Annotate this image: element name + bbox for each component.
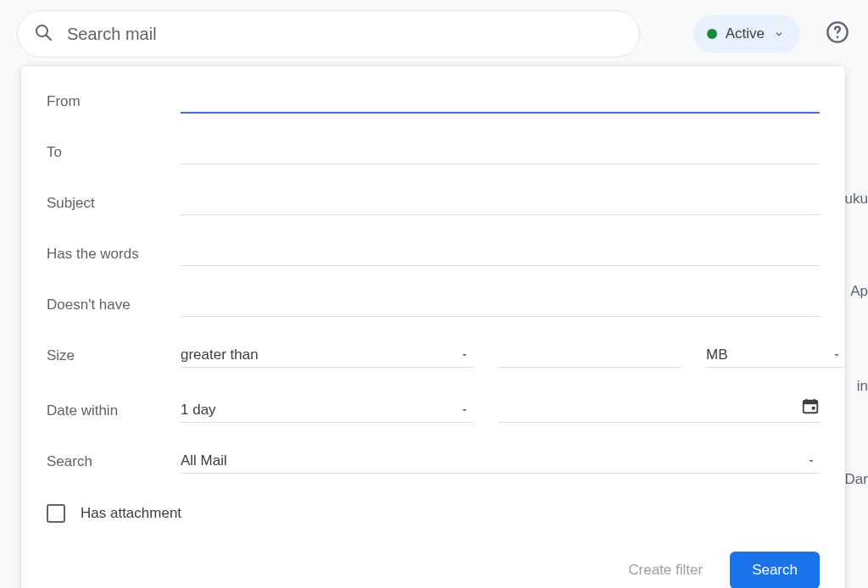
search-scope-value: All Mail: [181, 452, 227, 469]
to-input[interactable]: [181, 141, 820, 164]
date-within-label: Date within: [47, 402, 181, 423]
subject-row: Subject: [47, 191, 820, 215]
doesnt-have-label: Doesn't have: [47, 297, 181, 317]
has-words-input[interactable]: [181, 243, 820, 266]
search-icon: [33, 22, 53, 46]
size-unit-value: MB: [706, 347, 825, 363]
date-within-row: Date within 1 day: [47, 395, 820, 423]
svg-line-1: [47, 36, 52, 41]
has-words-label: Has the words: [47, 246, 181, 266]
doesnt-have-row: Doesn't have: [47, 293, 820, 317]
to-label: To: [47, 144, 181, 164]
size-row: Size greater than MB: [47, 344, 820, 368]
has-attachment-checkbox[interactable]: [47, 504, 65, 523]
subject-input[interactable]: [181, 192, 820, 215]
calendar-icon: [801, 397, 820, 419]
help-icon: [826, 20, 849, 47]
chevron-down-icon: [773, 28, 785, 40]
size-label: Size: [47, 347, 181, 368]
svg-point-3: [837, 36, 839, 38]
mail-list-fragment: Ap: [850, 283, 868, 300]
mail-list-fragment: in: [857, 378, 868, 395]
mail-list-fragment: uku: [845, 191, 868, 208]
dropdown-arrow-icon: [459, 402, 470, 419]
from-input[interactable]: [181, 90, 820, 114]
size-operator-select[interactable]: greater than: [181, 345, 473, 368]
date-range-select[interactable]: 1 day: [181, 400, 473, 423]
panel-actions: Create filter Search: [47, 552, 820, 588]
search-input[interactable]: [67, 25, 624, 44]
status-label: Active: [726, 25, 765, 42]
help-button[interactable]: [821, 17, 854, 51]
size-operator-value: greater than: [181, 347, 259, 363]
search-scope-select[interactable]: All Mail: [181, 451, 820, 474]
from-label: From: [47, 93, 181, 114]
date-range-value: 1 day: [181, 402, 216, 419]
svg-rect-6: [812, 407, 815, 410]
status-chip[interactable]: Active: [693, 15, 800, 53]
create-filter-button[interactable]: Create filter: [625, 555, 706, 585]
search-box[interactable]: [17, 10, 640, 58]
search-button[interactable]: Search: [730, 552, 820, 588]
search-scope-row: Search All Mail: [47, 450, 820, 474]
from-row: From: [47, 90, 820, 114]
size-unit-select[interactable]: MB: [706, 345, 845, 368]
advanced-search-panel: From To Subject Has the words Doesn't ha…: [21, 66, 845, 588]
subject-label: Subject: [47, 195, 181, 215]
top-bar: Active: [0, 0, 868, 68]
to-row: To: [47, 141, 820, 164]
date-picker-input[interactable]: [498, 395, 820, 423]
dropdown-arrow-icon: [832, 347, 842, 364]
svg-rect-5: [804, 401, 818, 405]
dropdown-arrow-icon: [459, 347, 470, 364]
dropdown-arrow-icon: [806, 453, 816, 470]
size-value-input[interactable]: [498, 345, 681, 368]
search-scope-label: Search: [47, 453, 181, 474]
status-dot-icon: [707, 29, 717, 39]
has-attachment-row: Has attachment: [47, 504, 820, 523]
has-attachment-label: Has attachment: [81, 505, 181, 522]
doesnt-have-input[interactable]: [181, 294, 820, 317]
mail-list-fragment: Dar: [845, 471, 868, 488]
has-words-row: Has the words: [47, 242, 820, 266]
